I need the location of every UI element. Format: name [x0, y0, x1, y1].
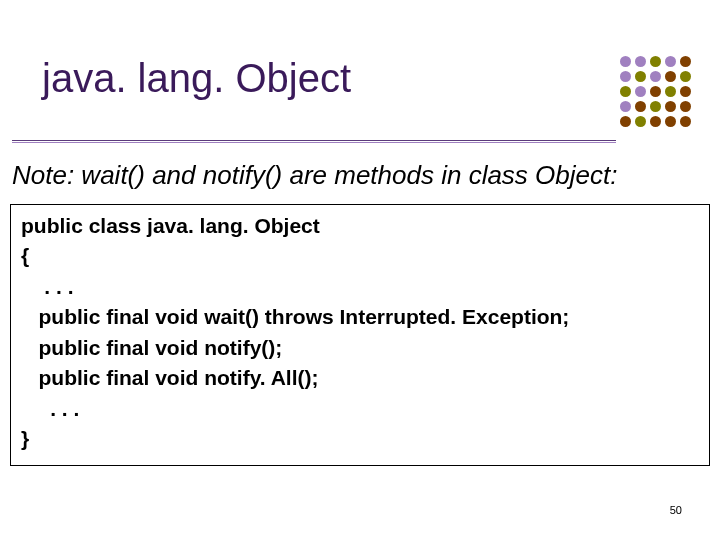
code-line: . . . — [21, 272, 699, 302]
note-text: Note: wait() and notify() are methods in… — [12, 160, 617, 191]
code-line: { — [21, 241, 699, 271]
title-underline-2 — [12, 142, 616, 143]
dot-icon — [665, 86, 676, 97]
slide: java. lang. Object Note: wait() and noti… — [0, 0, 720, 540]
dot-icon — [620, 71, 631, 82]
code-line: . . . — [21, 394, 699, 424]
dot-icon — [650, 116, 661, 127]
dot-icon — [665, 101, 676, 112]
dot-icon — [635, 71, 646, 82]
page-title: java. lang. Object — [42, 56, 351, 101]
dot-icon — [680, 116, 691, 127]
dot-icon — [650, 86, 661, 97]
dot-icon — [680, 86, 691, 97]
dot-icon — [635, 86, 646, 97]
code-line: public final void wait() throws Interrup… — [21, 302, 699, 332]
dot-icon — [620, 56, 631, 67]
dot-icon — [665, 56, 676, 67]
page-number: 50 — [670, 504, 682, 516]
dot-icon — [665, 116, 676, 127]
dot-icon — [680, 101, 691, 112]
dot-icon — [620, 86, 631, 97]
code-block: public class java. lang. Object { . . . … — [10, 204, 710, 466]
title-underline — [12, 140, 616, 141]
dot-icon — [620, 101, 631, 112]
code-line: public class java. lang. Object — [21, 211, 699, 241]
dot-icon — [620, 116, 631, 127]
code-line: public final void notify. All(); — [21, 363, 699, 393]
dot-icon — [650, 71, 661, 82]
dot-icon — [650, 56, 661, 67]
dot-icon — [635, 116, 646, 127]
dot-icon — [635, 101, 646, 112]
dot-icon — [650, 101, 661, 112]
code-line: } — [21, 424, 699, 454]
dot-icon — [665, 71, 676, 82]
dot-icon — [680, 56, 691, 67]
code-line: public final void notify(); — [21, 333, 699, 363]
decorative-dot-grid — [620, 56, 694, 130]
dot-icon — [635, 56, 646, 67]
dot-icon — [680, 71, 691, 82]
